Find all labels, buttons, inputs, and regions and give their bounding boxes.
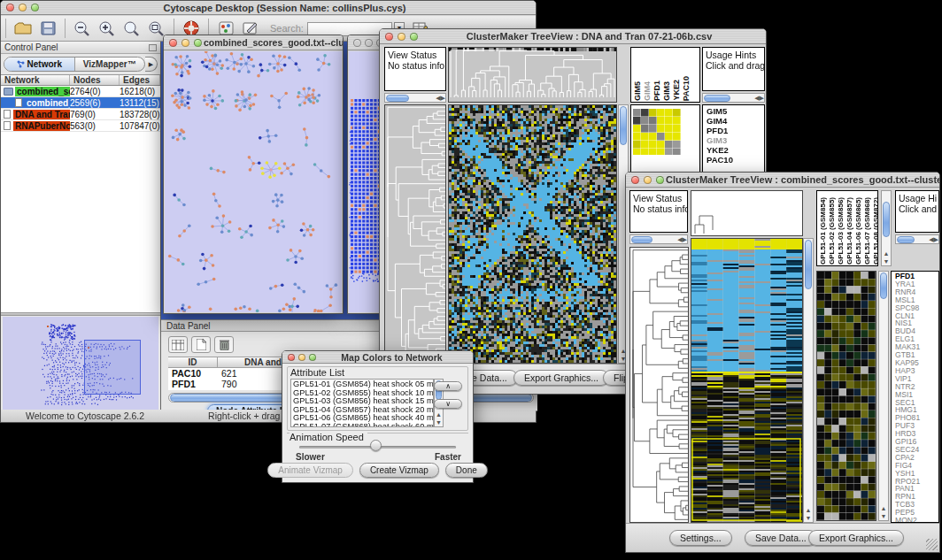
- col-edges[interactable]: Edges: [120, 75, 160, 85]
- scroll-down-icon[interactable]: ▼: [884, 257, 890, 265]
- panel-splitter[interactable]: [1, 312, 160, 316]
- heatmap-canvas[interactable]: [448, 104, 617, 364]
- zoom-window-icon[interactable]: [194, 39, 202, 47]
- minimize-icon[interactable]: [298, 354, 305, 361]
- tab-vizmapper[interactable]: VizMapper™: [75, 58, 145, 71]
- close-icon[interactable]: [6, 4, 14, 12]
- network-list-empty-area[interactable]: [1, 132, 160, 312]
- zoom-in-icon[interactable]: [97, 19, 118, 38]
- scroll-up-icon[interactable]: ▲: [881, 504, 887, 512]
- scrollbar-thumb[interactable]: [386, 95, 409, 102]
- close-icon[interactable]: [385, 33, 393, 41]
- close-icon[interactable]: [353, 39, 361, 47]
- column-labels-scrollbar[interactable]: ▲▼: [881, 190, 892, 266]
- scroll-up-icon[interactable]: ▲: [436, 410, 442, 418]
- scroll-right-icon[interactable]: ▶: [683, 235, 687, 243]
- zoom-window-icon[interactable]: [31, 4, 39, 12]
- network-canvas[interactable]: [165, 51, 342, 312]
- col-network[interactable]: Network: [1, 75, 70, 85]
- window-controls[interactable]: [6, 4, 39, 12]
- open-file-icon[interactable]: [12, 19, 34, 38]
- move-attribute-up-button[interactable]: ∧: [434, 381, 462, 391]
- column-dendrogram-canvas[interactable]: [691, 190, 803, 236]
- tab-overflow-button[interactable]: ▶: [145, 57, 158, 72]
- zoom-selected-icon[interactable]: [121, 19, 143, 38]
- scrollbar-thumb[interactable]: [620, 106, 627, 145]
- column-label: GPL51-03 (GSM856): [837, 197, 845, 265]
- minimize-icon[interactable]: [19, 4, 27, 12]
- combined-gene-list[interactable]: PFD1YRA1RNR4MSL1SPC98CLN1NIS1BUD4ELG1MAK…: [891, 271, 939, 523]
- attribute-item[interactable]: GPL51-07 (GSM868) heat shock 60 min: [293, 423, 433, 427]
- zoom-heatmap-canvas[interactable]: [816, 271, 876, 521]
- network-row-selected[interactable]: combined_sco 2569(6) 13112(15): [1, 97, 160, 109]
- minimize-icon[interactable]: [644, 176, 652, 184]
- done-button[interactable]: Done: [445, 463, 488, 478]
- network-row[interactable]: combined_scores 2764(0) 16218(0): [1, 86, 160, 97]
- view-status-scrollbar[interactable]: ◀▶: [629, 234, 688, 244]
- network-table-header[interactable]: Network Nodes Edges: [1, 74, 160, 86]
- zoom-window-icon[interactable]: [410, 33, 418, 41]
- resize-grip[interactable]: [926, 539, 938, 550]
- dialog-titlebar[interactable]: Map Colors to Network: [282, 351, 473, 364]
- scroll-up-icon[interactable]: ▲: [806, 506, 812, 514]
- minimize-icon[interactable]: [398, 33, 405, 41]
- scroll-down-icon[interactable]: ▼: [881, 512, 887, 520]
- column-dendrogram-canvas[interactable]: [448, 47, 617, 103]
- heatmap-vertical-scrollbar[interactable]: ▲▼: [803, 238, 814, 523]
- row-dendrogram-canvas[interactable]: [629, 247, 689, 523]
- network-row[interactable]: RNAPuberNov2+| 563(0) 107847(0): [1, 120, 160, 132]
- view-status-scrollbar[interactable]: ◀▶: [384, 93, 446, 103]
- heatmap-canvas[interactable]: [691, 238, 803, 523]
- new-attribute-icon[interactable]: [191, 336, 211, 353]
- export-graphics-button[interactable]: Export Graphics...: [513, 370, 609, 386]
- minimize-icon[interactable]: [181, 39, 189, 47]
- correlation-matrix-canvas[interactable]: [633, 109, 681, 155]
- minimize-icon[interactable]: [365, 39, 373, 47]
- row-dendrogram-canvas[interactable]: [384, 104, 446, 364]
- animate-vizmap-button[interactable]: Animate Vizmap: [267, 463, 353, 478]
- close-icon[interactable]: [288, 354, 295, 361]
- gene-label: PFD1: [706, 126, 764, 135]
- scrollbar-thumb[interactable]: [631, 236, 652, 243]
- save-icon[interactable]: [37, 19, 58, 38]
- scroll-right-icon[interactable]: ▶: [934, 235, 938, 243]
- create-vizmap-button[interactable]: Create Vizmap: [359, 463, 439, 478]
- zoom-out-icon[interactable]: [72, 19, 93, 38]
- main-titlebar[interactable]: Cytoscape Desktop (Session Name: collins…: [1, 1, 536, 15]
- float-panel-icon[interactable]: [149, 44, 157, 51]
- settings-button[interactable]: Settings...: [669, 530, 732, 546]
- scrollbar-thumb[interactable]: [883, 202, 890, 237]
- scroll-right-icon[interactable]: ▶: [760, 94, 764, 102]
- column-label: PAC10: [682, 76, 691, 101]
- treeview-dna-titlebar[interactable]: ClusterMaker TreeView : DNA and Tran 07-…: [380, 29, 766, 44]
- scrollbar-thumb[interactable]: [805, 240, 812, 289]
- close-icon[interactable]: [169, 39, 177, 47]
- col-nodes[interactable]: Nodes: [70, 75, 120, 85]
- save-data-button[interactable]: Save Data...: [745, 530, 817, 546]
- scroll-right-icon[interactable]: ▶: [441, 94, 445, 102]
- zoom-heatmap-scrollbar[interactable]: ▲▼: [878, 271, 889, 521]
- network-view-titlebar[interactable]: combined_scores_good.txt--cluste...: [164, 35, 343, 50]
- select-attributes-icon[interactable]: [168, 336, 188, 353]
- move-attribute-down-button[interactable]: ∨: [434, 399, 462, 409]
- export-graphics-button[interactable]: Export Graphics...: [808, 530, 904, 546]
- speed-slider-thumb[interactable]: [370, 440, 382, 451]
- scrollbar-thumb[interactable]: [880, 272, 887, 299]
- network-row[interactable]: DNA and Tran 07 769(0) 183728(0): [1, 109, 160, 120]
- tab-network[interactable]: Network: [4, 58, 75, 71]
- treeview-combined-titlebar[interactable]: ClusterMaker TreeView : combined_scores_…: [626, 173, 939, 188]
- zoom-window-icon[interactable]: [309, 354, 316, 361]
- usage-hints-scrollbar[interactable]: ◀▶: [895, 234, 939, 244]
- delete-attribute-icon[interactable]: [214, 336, 234, 353]
- network-overview-canvas[interactable]: [3, 317, 158, 412]
- scroll-down-icon[interactable]: ▼: [436, 418, 442, 426]
- scrollbar-thumb[interactable]: [897, 236, 915, 243]
- zoom-window-icon[interactable]: [656, 176, 664, 184]
- close-icon[interactable]: [631, 176, 639, 184]
- usage-hints-scrollbar[interactable]: ◀▶: [702, 93, 765, 103]
- scroll-up-icon[interactable]: ▲: [884, 249, 890, 257]
- scroll-down-icon[interactable]: ▼: [806, 514, 812, 522]
- attribute-list[interactable]: GPL51-01 (GSM854) heat shock 05 minGPL51…: [290, 379, 434, 427]
- scrollbar-thumb[interactable]: [704, 95, 730, 102]
- id-column-header[interactable]: ID: [168, 357, 218, 368]
